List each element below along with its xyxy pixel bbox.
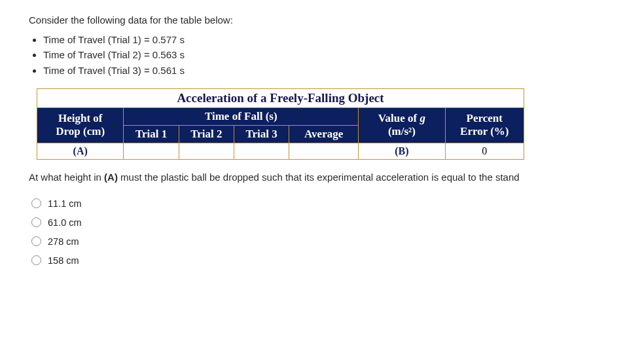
col-percent-error: Percent Error (%) [445, 107, 524, 143]
col-average: Average [289, 125, 359, 143]
radio-icon [31, 255, 41, 265]
question-text: At what height in (A) must the plastic b… [29, 172, 618, 183]
table-row: (A) (B) 0 [37, 143, 524, 159]
answer-options: 11.1 cm 61.0 cm 278 cm 158 cm [29, 198, 618, 266]
cell-average [289, 143, 359, 159]
radio-icon [31, 198, 41, 208]
option-label: 158 cm [48, 255, 79, 266]
option-label: 61.0 cm [48, 217, 82, 228]
list-item: Time of Travel (Trial 1) = 0.577 s [43, 32, 618, 47]
option-d[interactable]: 158 cm [31, 255, 618, 266]
experiment-table-wrap: Acceleration of a Freely-Falling Object … [37, 88, 618, 160]
option-label: 278 cm [48, 236, 79, 247]
given-data-list: Time of Travel (Trial 1) = 0.577 s Time … [29, 32, 618, 78]
option-a[interactable]: 11.1 cm [31, 198, 618, 209]
radio-icon [31, 217, 41, 227]
intro-text: Consider the following data for the tabl… [29, 14, 618, 26]
table-title: Acceleration of a Freely-Falling Object [37, 88, 524, 107]
radio-icon [31, 236, 41, 246]
cell-trial3 [234, 143, 289, 159]
experiment-table: Acceleration of a Freely-Falling Object … [37, 88, 524, 160]
cell-trial1 [124, 143, 179, 159]
option-c[interactable]: 278 cm [31, 236, 618, 247]
question-page: Consider the following data for the tabl… [0, 0, 644, 364]
col-trial1: Trial 1 [124, 125, 179, 143]
cell-trial2 [179, 143, 234, 159]
list-item: Time of Travel (Trial 2) = 0.563 s [43, 47, 618, 62]
col-value-g: Value of g (m/s²) [359, 107, 445, 143]
col-trial3: Trial 3 [234, 125, 289, 143]
col-timefall: Time of Fall (s) [124, 107, 359, 125]
option-b[interactable]: 61.0 cm [31, 217, 618, 228]
cell-B: (B) [359, 143, 445, 159]
col-height: Height of Drop (cm) [37, 107, 124, 143]
cell-error: 0 [445, 143, 524, 159]
cell-A: (A) [37, 143, 124, 159]
option-label: 11.1 cm [48, 198, 82, 209]
col-trial2: Trial 2 [179, 125, 234, 143]
list-item: Time of Travel (Trial 3) = 0.561 s [43, 63, 618, 78]
